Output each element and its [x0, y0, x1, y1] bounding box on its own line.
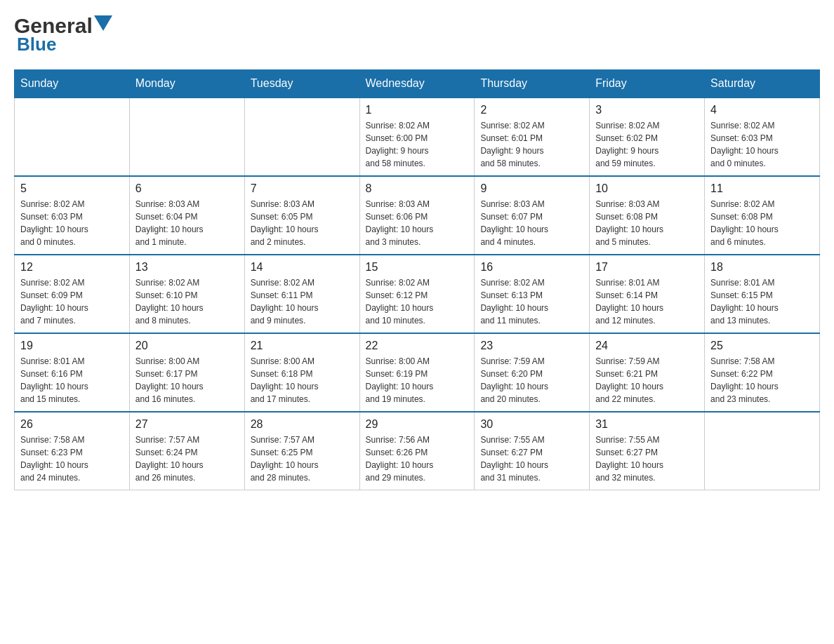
day-info: Sunrise: 8:02 AM Sunset: 6:10 PM Dayligh…	[135, 276, 239, 327]
calendar-cell: 14Sunrise: 8:02 AM Sunset: 6:11 PM Dayli…	[244, 255, 359, 333]
day-info: Sunrise: 8:02 AM Sunset: 6:13 PM Dayligh…	[480, 276, 583, 327]
calendar-cell: 20Sunrise: 8:00 AM Sunset: 6:17 PM Dayli…	[129, 333, 244, 412]
day-number: 25	[710, 340, 814, 352]
header-monday: Monday	[129, 70, 244, 98]
calendar-cell: 16Sunrise: 8:02 AM Sunset: 6:13 PM Dayli…	[475, 255, 590, 333]
calendar-cell: 28Sunrise: 7:57 AM Sunset: 6:25 PM Dayli…	[244, 412, 359, 490]
day-number: 2	[480, 104, 583, 116]
day-info: Sunrise: 8:03 AM Sunset: 6:08 PM Dayligh…	[595, 198, 699, 248]
day-number: 16	[480, 261, 583, 274]
calendar-cell: 18Sunrise: 8:01 AM Sunset: 6:15 PM Dayli…	[705, 255, 820, 333]
calendar-cell: 22Sunrise: 8:00 AM Sunset: 6:19 PM Dayli…	[359, 333, 475, 412]
calendar-cell: 11Sunrise: 8:02 AM Sunset: 6:08 PM Dayli…	[705, 176, 820, 255]
day-number: 26	[20, 418, 124, 431]
header-wednesday: Wednesday	[359, 70, 475, 98]
day-number: 14	[251, 261, 354, 274]
calendar-cell: 5Sunrise: 8:02 AM Sunset: 6:03 PM Daylig…	[15, 176, 130, 255]
day-info: Sunrise: 7:57 AM Sunset: 6:24 PM Dayligh…	[135, 434, 239, 484]
day-info: Sunrise: 7:59 AM Sunset: 6:21 PM Dayligh…	[595, 355, 699, 405]
day-number: 15	[366, 261, 469, 274]
header-friday: Friday	[590, 70, 705, 98]
calendar-cell: 7Sunrise: 8:03 AM Sunset: 6:05 PM Daylig…	[244, 176, 359, 255]
day-number: 30	[480, 418, 583, 431]
calendar-cell: 4Sunrise: 8:02 AM Sunset: 6:03 PM Daylig…	[705, 98, 820, 176]
day-number: 3	[595, 104, 699, 116]
day-info: Sunrise: 8:02 AM Sunset: 6:02 PM Dayligh…	[595, 119, 699, 170]
calendar-cell: 19Sunrise: 8:01 AM Sunset: 6:16 PM Dayli…	[15, 333, 130, 412]
calendar-cell: 10Sunrise: 8:03 AM Sunset: 6:08 PM Dayli…	[590, 176, 705, 255]
day-number: 31	[595, 418, 699, 431]
day-number: 7	[251, 182, 354, 195]
calendar-cell: 29Sunrise: 7:56 AM Sunset: 6:26 PM Dayli…	[359, 412, 475, 490]
day-info: Sunrise: 8:02 AM Sunset: 6:11 PM Dayligh…	[251, 276, 354, 327]
day-info: Sunrise: 7:59 AM Sunset: 6:20 PM Dayligh…	[480, 355, 583, 405]
day-info: Sunrise: 8:02 AM Sunset: 6:03 PM Dayligh…	[20, 198, 124, 248]
calendar-cell: 8Sunrise: 8:03 AM Sunset: 6:06 PM Daylig…	[359, 176, 475, 255]
day-info: Sunrise: 7:55 AM Sunset: 6:27 PM Dayligh…	[480, 434, 583, 484]
calendar-week-row: 19Sunrise: 8:01 AM Sunset: 6:16 PM Dayli…	[15, 333, 820, 412]
day-number: 20	[135, 340, 239, 352]
day-number: 1	[366, 104, 469, 116]
calendar-cell: 1Sunrise: 8:02 AM Sunset: 6:00 PM Daylig…	[359, 98, 475, 176]
day-number: 22	[366, 340, 469, 352]
day-info: Sunrise: 8:01 AM Sunset: 6:14 PM Dayligh…	[595, 276, 699, 327]
day-info: Sunrise: 8:02 AM Sunset: 6:08 PM Dayligh…	[710, 198, 814, 248]
header-sunday: Sunday	[15, 70, 130, 98]
calendar-table: SundayMondayTuesdayWednesdayThursdayFrid…	[14, 69, 820, 490]
day-number: 19	[20, 340, 124, 352]
day-info: Sunrise: 7:57 AM Sunset: 6:25 PM Dayligh…	[251, 434, 354, 484]
calendar-week-row: 5Sunrise: 8:02 AM Sunset: 6:03 PM Daylig…	[15, 176, 820, 255]
calendar-cell: 17Sunrise: 8:01 AM Sunset: 6:14 PM Dayli…	[590, 255, 705, 333]
day-number: 10	[595, 182, 699, 195]
day-info: Sunrise: 8:01 AM Sunset: 6:16 PM Dayligh…	[20, 355, 124, 405]
calendar-week-row: 12Sunrise: 8:02 AM Sunset: 6:09 PM Dayli…	[15, 255, 820, 333]
day-number: 18	[710, 261, 814, 274]
day-number: 9	[480, 182, 583, 195]
day-info: Sunrise: 8:03 AM Sunset: 6:07 PM Dayligh…	[480, 198, 583, 248]
day-number: 5	[20, 182, 124, 195]
calendar-cell: 2Sunrise: 8:02 AM Sunset: 6:01 PM Daylig…	[475, 98, 590, 176]
header-saturday: Saturday	[705, 70, 820, 98]
day-number: 4	[710, 104, 814, 116]
calendar-cell: 26Sunrise: 7:58 AM Sunset: 6:23 PM Dayli…	[15, 412, 130, 490]
calendar-week-row: 1Sunrise: 8:02 AM Sunset: 6:00 PM Daylig…	[15, 98, 820, 176]
day-info: Sunrise: 8:00 AM Sunset: 6:17 PM Dayligh…	[135, 355, 239, 405]
day-info: Sunrise: 8:02 AM Sunset: 6:00 PM Dayligh…	[366, 119, 469, 170]
day-number: 29	[366, 418, 469, 431]
day-info: Sunrise: 8:00 AM Sunset: 6:19 PM Dayligh…	[366, 355, 469, 405]
day-number: 24	[595, 340, 699, 352]
calendar-cell: 15Sunrise: 8:02 AM Sunset: 6:12 PM Dayli…	[359, 255, 475, 333]
day-info: Sunrise: 7:55 AM Sunset: 6:27 PM Dayligh…	[595, 434, 699, 484]
day-number: 13	[135, 261, 239, 274]
day-number: 27	[135, 418, 239, 431]
day-number: 21	[251, 340, 354, 352]
day-number: 28	[251, 418, 354, 431]
svg-marker-0	[94, 15, 112, 31]
day-info: Sunrise: 8:02 AM Sunset: 6:03 PM Dayligh…	[710, 119, 814, 170]
calendar-cell: 25Sunrise: 7:58 AM Sunset: 6:22 PM Dayli…	[705, 333, 820, 412]
day-number: 6	[135, 182, 239, 195]
header-thursday: Thursday	[475, 70, 590, 98]
day-number: 8	[366, 182, 469, 195]
page-header: General Blue	[14, 14, 820, 55]
calendar-cell: 21Sunrise: 8:00 AM Sunset: 6:18 PM Dayli…	[244, 333, 359, 412]
calendar-cell: 12Sunrise: 8:02 AM Sunset: 6:09 PM Dayli…	[15, 255, 130, 333]
day-number: 23	[480, 340, 583, 352]
day-info: Sunrise: 8:03 AM Sunset: 6:04 PM Dayligh…	[135, 198, 239, 248]
calendar-cell: 31Sunrise: 7:55 AM Sunset: 6:27 PM Dayli…	[590, 412, 705, 490]
day-info: Sunrise: 8:00 AM Sunset: 6:18 PM Dayligh…	[251, 355, 354, 405]
day-info: Sunrise: 8:02 AM Sunset: 6:09 PM Dayligh…	[20, 276, 124, 327]
day-info: Sunrise: 7:58 AM Sunset: 6:22 PM Dayligh…	[710, 355, 814, 405]
calendar-header-row: SundayMondayTuesdayWednesdayThursdayFrid…	[15, 70, 820, 98]
day-info: Sunrise: 8:03 AM Sunset: 6:05 PM Dayligh…	[251, 198, 354, 248]
calendar-cell: 30Sunrise: 7:55 AM Sunset: 6:27 PM Dayli…	[475, 412, 590, 490]
calendar-cell: 3Sunrise: 8:02 AM Sunset: 6:02 PM Daylig…	[590, 98, 705, 176]
day-number: 11	[710, 182, 814, 195]
day-info: Sunrise: 8:01 AM Sunset: 6:15 PM Dayligh…	[710, 276, 814, 327]
logo-triangle-icon	[94, 15, 112, 34]
calendar-cell: 6Sunrise: 8:03 AM Sunset: 6:04 PM Daylig…	[129, 176, 244, 255]
calendar-cell	[15, 98, 130, 176]
calendar-cell	[129, 98, 244, 176]
day-info: Sunrise: 8:02 AM Sunset: 6:12 PM Dayligh…	[366, 276, 469, 327]
calendar-cell: 9Sunrise: 8:03 AM Sunset: 6:07 PM Daylig…	[475, 176, 590, 255]
